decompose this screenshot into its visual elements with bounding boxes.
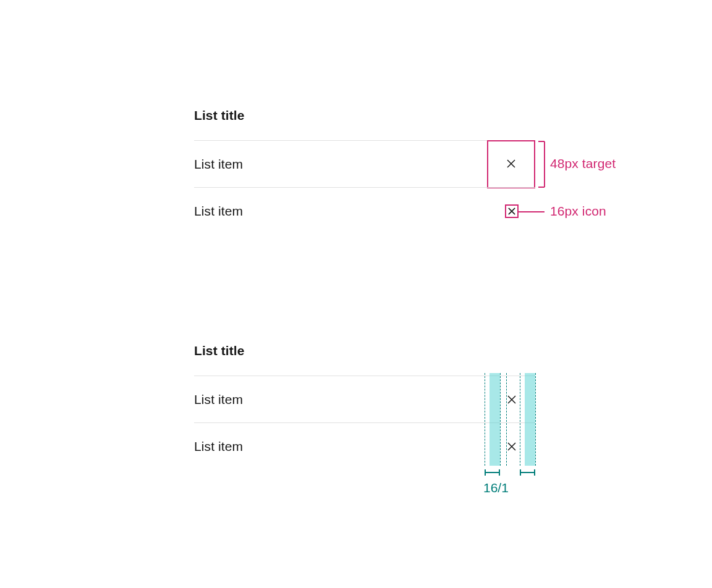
close-icon[interactable] <box>507 395 516 404</box>
list-item-text: List item <box>194 204 243 219</box>
list-row-2: List item <box>194 422 535 469</box>
list-item-text: List item <box>194 157 243 172</box>
leader-line-icon <box>517 211 545 212</box>
list-row-1: List item <box>194 140 535 187</box>
list-title: List title <box>194 108 535 140</box>
list-row-1: List item <box>194 376 535 422</box>
spacing-dash <box>535 373 536 466</box>
list-item-text: List item <box>194 392 243 407</box>
spacing-measure-right <box>520 469 535 476</box>
annotation-icon-label: 16px icon <box>550 204 606 219</box>
close-target-annotation <box>487 140 535 188</box>
close-icon[interactable] <box>507 442 516 451</box>
list-item-text: List item <box>194 439 243 454</box>
list-spec-spacing: List title List item List item <box>194 343 535 469</box>
close-icon[interactable] <box>507 159 515 170</box>
spacing-label: 16/1 <box>483 481 509 495</box>
icon-size-annotation <box>505 204 519 218</box>
spacing-measure-left <box>485 469 500 476</box>
annotation-target-label: 48px target <box>550 156 616 171</box>
list-spec-target: List title List item List item 48px targ… <box>194 108 535 234</box>
list-title: List title <box>194 343 535 376</box>
dimension-bracket-48 <box>538 141 546 188</box>
list-row-2: List item <box>194 187 535 234</box>
